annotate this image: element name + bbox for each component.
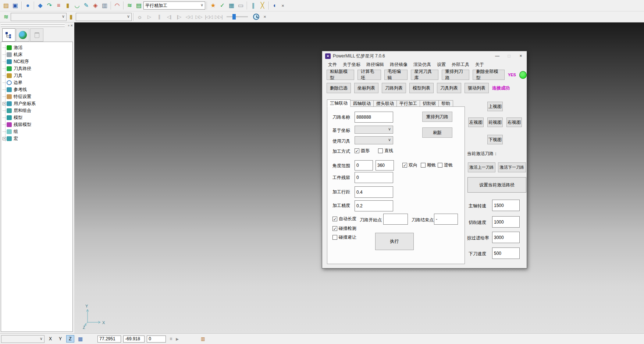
- active-toolpath-icon[interactable]: ≋: [125, 1, 134, 10]
- end-point-input[interactable]: [434, 214, 458, 225]
- nc-program-icon[interactable]: ≡: [54, 1, 63, 10]
- stock-remain-input[interactable]: [355, 172, 393, 183]
- tab-saw[interactable]: 切割锯: [420, 100, 439, 107]
- transform-model-icon[interactable]: ╳: [258, 1, 267, 10]
- coord-x-field[interactable]: 77.2951: [97, 336, 121, 343]
- angle-start-input[interactable]: [355, 160, 373, 171]
- close-sim-toolbar-icon[interactable]: ×: [261, 14, 268, 20]
- pause-icon[interactable]: ∥: [154, 13, 164, 21]
- simulate-tool-icon[interactable]: ★: [209, 1, 218, 10]
- open-file-icon[interactable]: ▨: [1, 1, 11, 10]
- edit-block-button[interactable]: 毛坯编辑: [384, 70, 408, 80]
- toolpath-list-button[interactable]: 刀路列表: [382, 83, 406, 93]
- menu-workplane[interactable]: 关于坐标: [340, 62, 363, 68]
- boundary-icon[interactable]: ◡: [72, 1, 82, 10]
- tree-item-models[interactable]: 模型: [1, 114, 72, 121]
- bidirectional-option[interactable]: 双向: [402, 162, 417, 168]
- rewind-icon[interactable]: ◁◁: [184, 13, 194, 21]
- step-forward-icon[interactable]: |▷: [174, 13, 184, 21]
- collision-avoid-option[interactable]: 碰撞避让: [332, 234, 356, 241]
- cutting-feed-input[interactable]: [492, 216, 520, 228]
- tab-globe[interactable]: [16, 28, 29, 42]
- tree-item-activate[interactable]: 激活: [1, 44, 72, 51]
- climb-option[interactable]: 顺铣: [421, 162, 436, 168]
- execute-button[interactable]: 执行: [375, 233, 414, 250]
- tab-help[interactable]: 帮助: [439, 100, 453, 107]
- axis-y-button[interactable]: Y: [56, 335, 64, 343]
- tab-swivel-head[interactable]: 摆头联动: [374, 100, 397, 107]
- tree-item-feature-sets[interactable]: 特征设置: [1, 93, 72, 100]
- status-dropdown[interactable]: ∨: [1, 335, 45, 343]
- speed-slider[interactable]: [227, 16, 248, 17]
- menu-render-sim[interactable]: 渲染仿真: [410, 62, 434, 68]
- expand-icon[interactable]: +: [3, 137, 6, 140]
- activate-next-button[interactable]: 激活下一刀路: [498, 162, 526, 172]
- speed-slider-thumb[interactable]: [232, 14, 236, 20]
- tab-explorer[interactable]: [2, 28, 15, 42]
- calculator-icon[interactable]: ▦: [227, 1, 236, 10]
- angle-end-input[interactable]: [376, 160, 394, 171]
- pattern-icon[interactable]: ✎: [82, 1, 91, 10]
- feature-set-icon[interactable]: ◈: [91, 1, 100, 10]
- mode-line-option[interactable]: 直线: [378, 148, 393, 154]
- tree-item-patterns[interactable]: 参考线: [1, 86, 72, 93]
- sim-toolpath-dropdown[interactable]: ∨: [11, 13, 67, 21]
- view-top-button[interactable]: 上视图: [487, 102, 503, 111]
- delete-all-models-button[interactable]: 删除全部模型: [473, 70, 504, 80]
- line-checkbox[interactable]: [378, 148, 383, 153]
- close-toolbar-icon[interactable]: ×: [280, 1, 286, 10]
- view-left-button[interactable]: 左视图: [468, 117, 484, 127]
- tab-4axis[interactable]: 四轴联动: [351, 100, 374, 107]
- menu-external-tools[interactable]: 外部工具: [449, 62, 472, 68]
- create-tool-icon[interactable]: ▮: [63, 1, 72, 10]
- auto-length-checkbox[interactable]: [332, 217, 337, 221]
- tree-item-tools[interactable]: 刀具: [1, 72, 72, 79]
- view-front-button[interactable]: 前视图: [487, 117, 503, 127]
- grid-icon[interactable]: ▦: [78, 336, 83, 342]
- view-right-button[interactable]: 右视图: [506, 117, 522, 127]
- coord-z-field[interactable]: 0: [147, 336, 166, 343]
- lamp-icon[interactable]: ☼: [135, 13, 144, 21]
- tree-item-boundaries[interactable]: 边界: [1, 79, 72, 86]
- toolbar-grip[interactable]: [1, 23, 65, 25]
- strategy-list-icon[interactable]: ▤: [134, 1, 143, 10]
- create-block-icon[interactable]: ◆: [36, 1, 45, 10]
- model-list-button[interactable]: 模型列表: [409, 83, 434, 93]
- compare-models-icon[interactable]: ◐: [270, 1, 280, 10]
- play-icon[interactable]: ▷: [144, 13, 154, 21]
- mode-circle-option[interactable]: 圆形: [355, 148, 370, 154]
- leads-and-links-icon[interactable]: ◠: [113, 1, 122, 10]
- stepover-input[interactable]: [355, 186, 393, 198]
- sim-tool-dropdown[interactable]: ∨: [76, 13, 132, 21]
- window-split-icon[interactable]: ▥: [201, 336, 205, 341]
- fast-forward-icon[interactable]: ▷▷: [194, 13, 204, 21]
- tree-item-workplanes[interactable]: +用户坐标系: [1, 100, 72, 107]
- minimize-icon[interactable]: —: [491, 52, 503, 60]
- close-panel-icon[interactable]: ×: [71, 23, 73, 28]
- auto-length-option[interactable]: 自动长度: [332, 216, 356, 222]
- tab-3axis[interactable]: 三轴联动: [327, 99, 351, 107]
- toolpath-name-input[interactable]: [355, 112, 393, 123]
- tree-item-groups[interactable]: 组: [1, 128, 72, 135]
- save-icon[interactable]: ▣: [11, 1, 20, 10]
- plunge-feed-input[interactable]: [492, 248, 520, 259]
- refresh-button[interactable]: 刷新: [422, 127, 452, 138]
- maximize-icon[interactable]: □: [503, 52, 515, 60]
- menu-file[interactable]: 文件: [325, 62, 340, 68]
- axis-z-button[interactable]: Z: [66, 335, 74, 343]
- activate-prev-button[interactable]: 激活上一刀路: [468, 162, 495, 172]
- coord-y-field[interactable]: -69.918: [123, 336, 145, 343]
- climb-checkbox[interactable]: [421, 163, 426, 168]
- expand-icon[interactable]: +: [3, 102, 6, 105]
- collision-detect-option[interactable]: 碰撞检测: [332, 225, 356, 232]
- clock-icon[interactable]: [253, 14, 259, 20]
- menu-path-mirror[interactable]: 路径镜像: [387, 62, 410, 68]
- tab-trash[interactable]: [30, 28, 43, 42]
- start-point-input[interactable]: [383, 214, 408, 225]
- axis-x-button[interactable]: X: [46, 335, 54, 343]
- tool-database-icon[interactable]: ▥: [100, 1, 109, 10]
- calc-block-button[interactable]: 计算毛坯: [357, 70, 381, 80]
- bidirectional-checkbox[interactable]: [402, 163, 407, 168]
- toolpath-strategy-icon[interactable]: ↷: [45, 1, 54, 10]
- rearrange-button[interactable]: 重排列刀路: [422, 112, 452, 122]
